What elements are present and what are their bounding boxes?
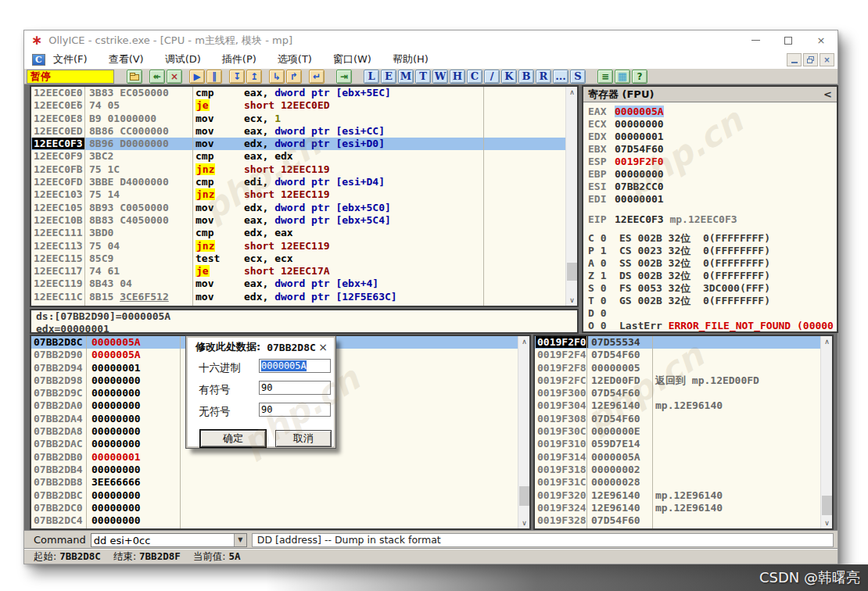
stack-row[interactable]: 0019F310 059D7E14 — [535, 438, 832, 450]
step-over-button[interactable]: ↥ — [246, 70, 262, 84]
disasm-row[interactable]: 12EEC122 8B88 00000000 — [31, 303, 577, 307]
stack-row[interactable]: 0019F30C 0000000E — [535, 425, 832, 438]
mdi-minimize-button[interactable] — [787, 53, 802, 66]
scroll-down-icon[interactable]: ∨ — [518, 518, 530, 528]
help-button[interactable]: ? — [632, 70, 647, 84]
disasm-row[interactable]: 12EEC0FD 3BBE D4000000 cmp edi, dword pt… — [31, 176, 577, 188]
menu-view[interactable]: 查看(V) — [109, 52, 144, 66]
flag-row[interactable]: P 1CS 0023 32位 0(FFFFFFFF) — [588, 245, 837, 257]
stack-row[interactable]: 0019F300 07D54F60 — [535, 387, 832, 399]
stack-row[interactable]: 0019F31C 00000028 — [535, 476, 832, 489]
view-run-trace-button[interactable]: ... — [553, 70, 569, 84]
menu-help[interactable]: 帮助(H) — [393, 52, 429, 66]
close-program-button[interactable]: × — [167, 70, 182, 84]
scroll-up-icon[interactable]: ∧ — [821, 336, 833, 347]
dump-row[interactable]: 07BB2DB0 00000001 — [31, 451, 529, 464]
disasm-row[interactable]: 12EEC117 ˇ 74 61 je short 12EEC17A — [31, 265, 577, 278]
combo-dropdown-button[interactable]: ▼ — [234, 534, 246, 546]
EBX[interactable]: EBX07D54F60 — [588, 143, 837, 156]
view-memory-button[interactable]: M — [398, 70, 414, 84]
flag-row[interactable]: C 0ES 002B 32位 0(FFFFFFFF) — [588, 232, 837, 245]
ESI[interactable]: ESI07BB2CC0 — [588, 181, 837, 193]
disasm-row[interactable]: 12EEC111 3BD0 cmp edx, eax — [31, 227, 577, 239]
disasm-row[interactable]: 12EEC11C 8B15 3CE6F512 mov edx, dword pt… — [31, 291, 577, 303]
stack-scrollbar[interactable]: ∧ ∨ — [820, 336, 832, 528]
menu-file[interactable]: 文件(F) — [53, 52, 88, 66]
view-call-stack-button[interactable]: K — [501, 70, 517, 84]
stack-row[interactable]: 0019F320 12E96140 mp.12E96140 — [535, 489, 832, 502]
EAX[interactable]: EAX0000005A — [588, 106, 837, 118]
EBP[interactable]: EBP00000000 — [588, 168, 837, 181]
command-input[interactable]: dd esi+0cc — [94, 535, 150, 546]
field-input[interactable]: 0000005A — [259, 359, 331, 373]
stack-row[interactable]: 0019F2F4 07D54F60 — [535, 349, 832, 361]
minimize-button[interactable] — [739, 30, 772, 50]
title-bar[interactable]: ∗ OllyICE - cstrike.exe - [CPU - m主线程, 模… — [24, 30, 838, 50]
stack-row[interactable]: 0019F308 07D54F60 — [535, 413, 832, 425]
dump-row[interactable]: 07BB2DB4 00000000 — [31, 464, 529, 476]
ECX[interactable]: ECX00000000 — [588, 118, 837, 131]
appearance-button[interactable]: ▦ — [615, 70, 630, 84]
disasm-row[interactable]: 12EEC0E0 3B83 EC050000 cmp eax, dword pt… — [31, 87, 577, 99]
animate-into-button[interactable]: ↳ — [269, 70, 285, 84]
disasm-scroll-thumb[interactable] — [567, 263, 577, 281]
menu-plugins[interactable]: 插件(P) — [222, 52, 256, 66]
view-source-button[interactable]: S — [570, 70, 586, 84]
disasm-row[interactable]: 12EEC0F3 8B96 D0000000 mov edx, dword pt… — [31, 138, 577, 150]
flag-row[interactable]: A 0SS 002B 32位 0(FFFFFFFF) — [588, 257, 837, 270]
scroll-up-icon[interactable]: ∧ — [566, 87, 578, 98]
flag-row[interactable]: O 0LastErr ERROR_FILE_NOT_FOUND (00000 — [588, 320, 837, 332]
disasm-row[interactable]: 12EEC105 8B93 C0050000 mov edx, dword pt… — [31, 202, 577, 214]
disasm-row[interactable]: 12EEC115 85C9 test ecx, ecx — [31, 253, 577, 265]
pause-button[interactable]: ‖ — [206, 70, 222, 84]
view-executables-button[interactable]: E — [381, 70, 396, 84]
disasm-row[interactable]: 12EEC113 ˇ 75 04 jnz short 12EEC119 — [31, 240, 577, 253]
disasm-scrollbar[interactable]: ∧ ∨ — [565, 87, 577, 306]
dump-scrollbar[interactable]: ∧ ∨ — [518, 336, 529, 528]
command-combobox[interactable]: dd esi+0cc ▼ — [91, 533, 247, 547]
mdi-restore-button[interactable] — [803, 53, 818, 66]
options-button[interactable]: ≡ — [597, 70, 613, 84]
run-button[interactable]: ▶ — [189, 70, 205, 84]
collapse-icon[interactable]: < — [823, 88, 832, 100]
scroll-up-icon[interactable]: ∧ — [518, 336, 530, 347]
mdi-close-button[interactable]: × — [820, 53, 834, 66]
view-threads-button[interactable]: T — [415, 70, 431, 84]
dialog-close-icon[interactable]: × — [318, 341, 328, 353]
view-patches-button[interactable]: / — [484, 70, 500, 84]
stack-row[interactable]: 0019F2F8 00000005 — [535, 362, 832, 374]
ESP[interactable]: ESP0019F2F0 — [588, 156, 837, 168]
animate-over-button[interactable]: ↱ — [286, 70, 302, 84]
scroll-down-icon[interactable]: ∨ — [566, 295, 578, 306]
flag-row[interactable]: S 0FS 0053 32位 3DC000(FFF) — [588, 282, 837, 295]
close-button[interactable]: × — [805, 30, 838, 50]
dump-row[interactable]: 07BB2DC0 00000000 — [31, 502, 529, 514]
disasm-row[interactable]: 12EEC119 8B43 04 mov eax, dword ptr [ebx… — [31, 278, 577, 290]
view-windows-button[interactable]: W — [432, 70, 448, 84]
disasm-row[interactable]: 12EEC0ED 8B86 CC000000 mov eax, dword pt… — [31, 125, 577, 138]
view-breakpoints-button[interactable]: B — [518, 70, 534, 84]
dump-row[interactable]: 07BB2DB8 3EE66666 — [31, 476, 529, 489]
menu-window[interactable]: 窗口(W) — [333, 52, 371, 66]
EDI[interactable]: EDI00000001 — [588, 193, 837, 206]
view-cpu-button[interactable]: C — [467, 70, 482, 84]
disasm-row[interactable]: 12EEC0F9 3BC2 cmp eax, edx — [31, 150, 577, 163]
restart-button[interactable]: ↞ — [149, 70, 165, 84]
field-input[interactable]: 90 — [259, 381, 331, 395]
stack-row[interactable]: 0019F2F0 07D55534 — [535, 336, 832, 349]
view-log-button[interactable]: L — [364, 70, 379, 84]
flag-row[interactable]: D 0 — [588, 307, 837, 320]
stack-row[interactable]: 0019F324 12E96140 mp.12E96140 — [535, 502, 832, 514]
stack-row[interactable]: 0019F318 00000002 — [535, 464, 832, 476]
menu-debug[interactable]: 调试(D) — [165, 52, 201, 66]
dump-row[interactable]: 07BB2DC4 00000000 — [31, 514, 529, 527]
dump-scroll-thumb[interactable] — [519, 486, 529, 506]
menu-options[interactable]: 选项(T) — [278, 52, 312, 66]
execute-till-return-button[interactable]: ↵ — [309, 70, 325, 84]
go-to-address-button[interactable]: ⇥ — [336, 70, 352, 84]
disasm-row[interactable]: 12EEC10B 8B83 C4050000 mov eax, dword pt… — [31, 214, 577, 227]
eip-row[interactable]: EIP12EEC0F3 mp.12EEC0F3 — [588, 213, 837, 226]
disasm-row[interactable]: 12EEC0E6 ˇ 74 05 je short 12EEC0ED — [31, 99, 577, 112]
stack-row[interactable]: 0019F304 12E96140 mp.12E96140 — [535, 399, 832, 412]
maximize-button[interactable] — [772, 30, 805, 50]
